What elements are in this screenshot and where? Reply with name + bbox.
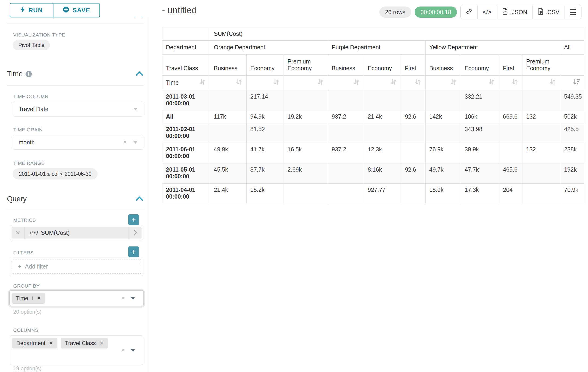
time-section-header: Time i	[7, 70, 143, 78]
remove-chip-icon[interactable]: ✕	[99, 340, 104, 346]
metric-name: SUM(Cost)	[41, 230, 70, 236]
menu-button[interactable]	[565, 5, 581, 19]
sort-icon	[273, 78, 280, 87]
value-cell: 669.6	[499, 110, 523, 123]
value-cell	[499, 123, 523, 143]
columns-chip[interactable]: Travel Class ✕	[61, 338, 107, 349]
value-cell: 16.5k	[284, 143, 328, 163]
column-sort-header[interactable]	[284, 75, 328, 90]
export-csv-button[interactable]: .CSV	[533, 5, 565, 19]
value-cell	[284, 90, 328, 110]
chart-title[interactable]: - untitled	[162, 5, 197, 15]
sort-icon	[549, 78, 556, 87]
clear-icon[interactable]: ×	[123, 139, 127, 146]
remove-metric-icon[interactable]: ✕	[12, 227, 25, 239]
file-text-icon	[538, 8, 544, 16]
remove-chip-icon[interactable]: ✕	[37, 296, 41, 301]
time-grain-select[interactable]: month ×	[13, 135, 143, 150]
value-cell: 81.52	[247, 123, 284, 143]
time-column-select[interactable]: Travel Date	[13, 102, 143, 117]
sort-icon	[511, 78, 518, 87]
metrics-label: METRICS	[13, 217, 36, 223]
pivot-row: 2011-04-01 00:00:0021.4k15.2k927.7715.9k…	[162, 184, 584, 204]
value-cell: 70.9k	[560, 184, 584, 204]
control-panel: Chart Type RUN SAVE VISUALIZATION TYPE P…	[0, 0, 153, 372]
value-cell: 502k	[560, 110, 584, 123]
travel-class-header: Business	[328, 54, 364, 75]
time-cell: 2011-06-01 00:00:00	[162, 143, 210, 163]
add-filter-dropzone[interactable]: + Add filter	[12, 259, 141, 274]
metric-header-cell: SUM(Cost)	[210, 27, 584, 41]
value-cell: 21.4k	[210, 184, 247, 204]
add-metric-button[interactable]: +	[128, 214, 139, 225]
code-icon: </>	[483, 9, 492, 15]
value-cell	[328, 163, 364, 184]
column-sort-header[interactable]	[523, 75, 560, 90]
column-sort-header[interactable]	[461, 75, 499, 90]
column-sort-header[interactable]	[210, 75, 247, 90]
value-cell: 94.9k	[247, 110, 284, 123]
share-link-button[interactable]	[461, 5, 477, 19]
chart-panel: - untitled 26 rows 00:00:00.18 </>	[153, 0, 588, 372]
columns-options-hint: 19 option(s)	[13, 365, 41, 372]
travel-class-header: First	[401, 54, 426, 75]
chevron-up-icon[interactable]	[136, 71, 143, 77]
clear-icon[interactable]: ×	[121, 347, 125, 353]
chart-header-toolbar: 26 rows 00:00:00.18 </>	[379, 5, 581, 19]
add-filter-button[interactable]: +	[128, 246, 139, 257]
value-cell: 927.77	[364, 184, 401, 204]
run-button[interactable]: RUN	[10, 3, 53, 17]
time-cell: 2011-05-01 00:00:00	[162, 163, 210, 184]
value-cell: 45.5k	[210, 163, 247, 184]
value-cell: 49.7k	[426, 163, 461, 184]
info-icon: i	[26, 71, 32, 77]
value-cell: 332.21	[461, 90, 499, 110]
value-cell	[364, 123, 401, 143]
embed-code-button[interactable]: </>	[477, 5, 497, 19]
group-by-chip[interactable]: Time i ✕	[12, 293, 45, 304]
sort-icon	[414, 78, 422, 87]
column-sort-header[interactable]	[247, 75, 284, 90]
pivot-row: All117k94.9k19.2k937.221.4k92.6142k106k6…	[162, 110, 584, 123]
column-sort-header[interactable]	[401, 75, 426, 90]
run-save-button-group: RUN SAVE	[10, 3, 100, 17]
value-cell	[328, 90, 364, 110]
value-cell: 549.35	[560, 90, 584, 110]
value-cell: 17.3k	[461, 184, 499, 204]
sort-icon	[317, 78, 324, 87]
value-cell: 41.7k	[247, 143, 284, 163]
visualization-type-label: VISUALIZATION TYPE	[13, 32, 65, 38]
remove-chip-icon[interactable]: ✕	[49, 340, 53, 346]
column-sort-header[interactable]	[328, 75, 364, 90]
visualization-type-pill[interactable]: Pivot Table	[13, 40, 50, 50]
chevron-right-icon[interactable]	[128, 227, 142, 239]
clear-icon[interactable]: ×	[121, 295, 125, 301]
export-json-button[interactable]: .JSON	[497, 5, 533, 19]
metric-pill[interactable]: ✕ ƒ(x) SUM(Cost)	[12, 227, 142, 239]
column-sort-header[interactable]	[426, 75, 461, 90]
value-cell: 343.98	[461, 123, 499, 143]
time-sort-header[interactable]: Time	[162, 75, 210, 90]
sort-icon	[488, 78, 495, 87]
value-cell: 204	[499, 184, 523, 204]
column-sort-header[interactable]	[499, 75, 523, 90]
value-cell: 132	[523, 110, 560, 123]
time-column-label: TIME COLUMN	[13, 94, 48, 99]
value-cell	[364, 90, 401, 110]
query-section-title: Query	[7, 195, 27, 203]
value-cell: 238k	[560, 143, 584, 163]
value-cell: 937.2	[328, 143, 364, 163]
value-cell	[401, 90, 426, 110]
value-cell	[426, 90, 461, 110]
value-cell: 15.2k	[247, 184, 284, 204]
column-sort-header[interactable]	[364, 75, 401, 90]
time-cell: All	[162, 110, 210, 123]
time-range-pill[interactable]: 2011-01-01 ≤ col < 2011-06-30	[13, 168, 98, 180]
pivot-table: SUM(Cost)DepartmentOrange DepartmentPurp…	[162, 27, 584, 204]
columns-chip[interactable]: Department ✕	[12, 338, 57, 349]
panel-scrollbar[interactable]	[148, 0, 153, 372]
value-cell: 117k	[210, 110, 247, 123]
save-button[interactable]: SAVE	[53, 3, 99, 17]
column-sort-header-active[interactable]	[560, 75, 584, 90]
chevron-up-icon[interactable]	[136, 196, 143, 202]
